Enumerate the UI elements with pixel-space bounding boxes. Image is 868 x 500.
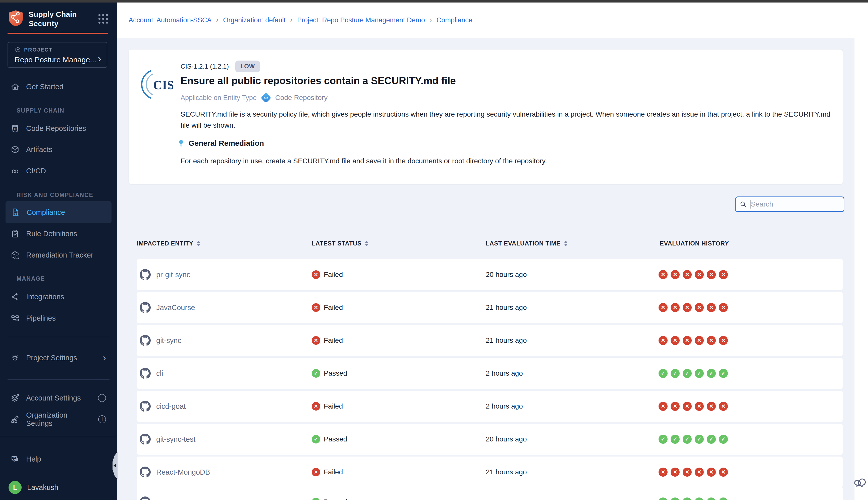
user-menu[interactable]: L Lavakush: [8, 479, 109, 496]
column-header-latest-status[interactable]: LATEST STATUS: [312, 240, 369, 247]
check-circle-icon: [683, 435, 692, 444]
x-circle-icon: [659, 303, 668, 312]
x-circle-icon: [695, 468, 704, 477]
rule-id: CIS-1.2.1 (1.2.1): [181, 62, 229, 70]
project-label: PROJECT: [24, 47, 53, 53]
x-circle-icon: [683, 336, 692, 345]
table-row[interactable]: git-sync Failed 21 hours ago: [137, 325, 843, 356]
support-chat-icon[interactable]: [854, 475, 868, 489]
sort-icon[interactable]: [365, 241, 369, 246]
box-icon: [10, 144, 21, 155]
sidebar-item-label: Compliance: [27, 208, 65, 217]
status-label: Failed: [324, 304, 343, 311]
table-row[interactable]: pr-git-sync Failed 20 hours ago: [137, 259, 843, 290]
x-circle-icon: [659, 402, 668, 411]
sort-icon[interactable]: [564, 241, 568, 246]
check-circle-icon: [695, 435, 704, 444]
github-icon: [140, 434, 151, 445]
entity-cell[interactable]: pr-git-sync: [140, 259, 190, 290]
svg-text:CIS: CIS: [153, 78, 173, 92]
evaluation-history: [659, 391, 728, 422]
x-circle-icon: [659, 336, 668, 345]
rule-description: SECURITY.md file is a security policy fi…: [181, 109, 832, 131]
breadcrumb-project[interactable]: Project: Repo Posture Management Demo: [297, 16, 425, 24]
entity-cell[interactable]: React-MongoDB: [140, 456, 210, 488]
sidebar-item-organization-settings[interactable]: Organization Settings i: [8, 411, 109, 428]
check-circle-icon: [695, 498, 704, 500]
sidebar-item-account-settings[interactable]: Account Settings i: [8, 389, 109, 407]
evaluation-time: 21 hours ago: [486, 325, 527, 356]
table-row[interactable]: Passed: [137, 486, 843, 500]
entity-cell[interactable]: git-sync: [140, 325, 181, 356]
check-circle-icon: [707, 498, 716, 500]
avatar: L: [9, 481, 22, 494]
supply-chain-security-logo: [8, 10, 24, 27]
column-header-impacted-entity[interactable]: IMPACTED ENTITY: [137, 240, 200, 247]
evaluation-history: [659, 325, 728, 356]
project-selector[interactable]: PROJECT Repo Posture Manage... ›: [8, 42, 107, 68]
x-circle-icon: [683, 468, 692, 477]
svg-text:?: ?: [13, 456, 15, 459]
x-circle-icon: [671, 270, 680, 279]
table-row[interactable]: git-sync-test Passed 20 hours ago: [137, 424, 843, 455]
entity-cell[interactable]: cli: [140, 358, 163, 389]
entity-cell[interactable]: cicd-goat: [140, 391, 186, 422]
x-circle-icon: [683, 303, 692, 312]
sidebar-item-get-started[interactable]: Get Started: [8, 78, 109, 95]
column-header-last-evaluation-time[interactable]: LAST EVALUATION TIME: [486, 240, 568, 247]
table-row[interactable]: cicd-goat Failed 2 hours ago: [137, 391, 843, 422]
sidebar-item-label: Get Started: [26, 83, 63, 91]
search-input[interactable]: [751, 200, 840, 208]
sidebar-item-remediation-tracker[interactable]: Remediation Tracker: [8, 246, 109, 264]
x-circle-icon: [671, 303, 680, 312]
info-icon[interactable]: i: [98, 394, 106, 402]
latest-status-icon: [312, 336, 320, 345]
app-switcher-icon[interactable]: [99, 14, 109, 25]
sidebar-item-rule-definitions[interactable]: Rule Definitions: [8, 225, 109, 242]
table-row[interactable]: cli Passed 2 hours ago: [137, 358, 843, 389]
chevron-right-icon: ›: [216, 16, 219, 23]
section-label-risk-compliance: RISK AND COMPLIANCE: [16, 192, 93, 198]
check-circle-icon: [695, 369, 704, 378]
latest-status-icon: [312, 369, 320, 378]
table-row[interactable]: JavaCourse Failed 21 hours ago: [137, 292, 843, 323]
sidebar-item-code-repositories[interactable]: </> Code Repositories: [8, 120, 109, 137]
infinity-icon: ∞: [10, 165, 21, 177]
sidebar-item-help[interactable]: ? Help: [8, 450, 109, 468]
sidebar-item-pipelines[interactable]: Pipelines: [8, 309, 109, 327]
sidebar-item-label: Remediation Tracker: [26, 251, 93, 259]
breadcrumb-organization[interactable]: Organization: default: [223, 16, 286, 24]
breadcrumb: Account: Automation-SSCA › Organization:…: [129, 16, 472, 24]
sidebar-item-cicd[interactable]: ∞ CI/CD: [8, 162, 109, 180]
status-label: Failed: [324, 468, 343, 476]
x-circle-icon: [707, 402, 716, 411]
x-circle-icon: [671, 336, 680, 345]
sort-icon[interactable]: [197, 241, 200, 246]
sidebar-item-compliance[interactable]: Compliance: [5, 201, 112, 223]
x-circle-icon: [719, 336, 728, 345]
x-circle-icon: [719, 402, 728, 411]
sidebar-item-artifacts[interactable]: Artifacts: [8, 141, 109, 158]
divider: [8, 379, 109, 380]
entity-cell[interactable]: JavaCourse: [140, 292, 195, 323]
sidebar-item-label: Integrations: [26, 293, 64, 301]
status-label: Passed: [324, 435, 347, 443]
chevron-right-icon: ›: [429, 16, 432, 23]
accent-rule: [8, 33, 108, 34]
sidebar-item-label: Project Settings: [26, 354, 77, 362]
breadcrumb-account[interactable]: Account: Automation-SSCA: [129, 16, 211, 24]
x-circle-icon: [719, 270, 728, 279]
box-wrench-icon: [10, 250, 21, 261]
sidebar-item-integrations[interactable]: Integrations: [8, 288, 109, 306]
info-icon[interactable]: i: [98, 415, 106, 423]
sidebar-item-project-settings[interactable]: Project Settings ›: [8, 349, 109, 366]
x-circle-icon: [695, 336, 704, 345]
sidebar-item-label: Account Settings: [26, 394, 81, 402]
code-repository-icon: </>: [10, 123, 21, 134]
entity-cell[interactable]: git-sync-test: [140, 424, 195, 455]
home-icon: [10, 81, 21, 92]
breadcrumb-compliance[interactable]: Compliance: [437, 16, 472, 24]
table-row[interactable]: React-MongoDB Failed 21 hours ago: [137, 456, 843, 488]
main-content: Account: Automation-SSCA › Organization:…: [117, 2, 868, 500]
entity-cell[interactable]: [140, 486, 156, 500]
